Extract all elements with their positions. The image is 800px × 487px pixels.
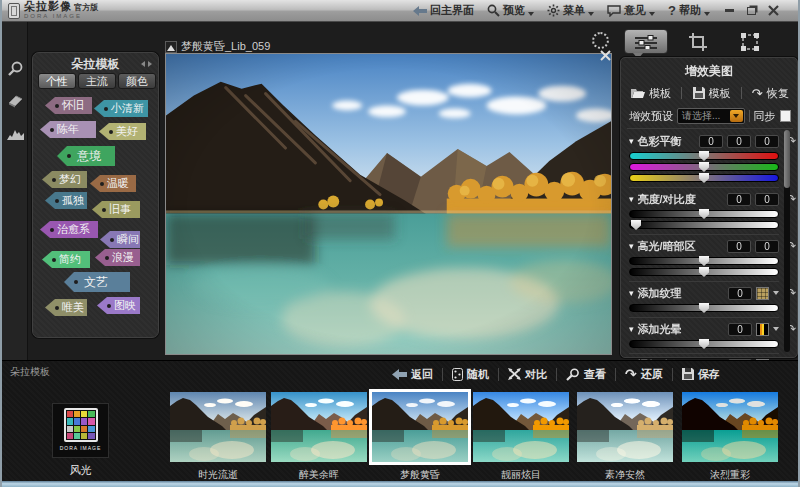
filter-tag[interactable]: 简约 [42,251,90,268]
dice-icon [452,368,463,381]
filter-tag[interactable]: 美好 [99,123,146,140]
histogram-icon[interactable] [7,126,24,144]
slider-thumb[interactable] [699,303,709,313]
tab-crop[interactable] [676,29,720,54]
filter-tag[interactable]: 旧事 [92,201,140,218]
feedback-button[interactable]: 意见 [607,3,655,18]
collapse-icon[interactable]: ▾ [629,242,634,251]
slider-thumb[interactable] [631,220,641,230]
brightness-slider[interactable] [629,210,779,218]
home-button[interactable]: 回主界面 [413,3,474,18]
magnifier-icon [566,368,580,381]
collapse-icon[interactable]: ▾ [629,195,634,204]
collapse-icon[interactable]: ▾ [629,137,634,146]
slider-thumb[interactable] [699,209,709,219]
value-input[interactable]: 0 [755,240,779,253]
sync-checkbox[interactable] [780,110,791,122]
filter-tag[interactable]: 陈年 [40,121,96,138]
template-thumbnail[interactable]: 梦般黄昏 [372,392,468,482]
value-input[interactable]: 0 [727,240,751,253]
tab-frame[interactable] [728,29,772,54]
undo-icon: ↶ [625,366,637,382]
close-button[interactable] [767,5,780,17]
menu-button[interactable]: 菜单 [547,3,594,18]
value-input[interactable]: 0 [755,135,779,148]
yellow-blue-slider[interactable] [629,174,779,182]
value-input[interactable]: 0 [728,323,752,336]
random-button[interactable]: 随机 [452,367,489,382]
slider-thumb[interactable] [699,256,709,266]
back-button[interactable]: 返回 [392,367,433,382]
template-thumbnail[interactable]: 素净安然 [577,392,673,482]
template-thumbnail[interactable]: 醉美余晖 [271,392,367,482]
tab-personality[interactable]: 个性 [38,73,76,89]
minimize-button[interactable] [723,5,736,17]
revert-button[interactable]: ↶ 还原 [625,366,663,382]
search-icon[interactable] [7,60,24,81]
tab-mainstream[interactable]: 主流 [78,73,116,89]
slider-thumb[interactable] [699,339,709,349]
thumbnail-image[interactable] [682,392,778,462]
preview-button[interactable]: 预览 [487,3,534,18]
effects-actions-row: 模板 模板 ↶ 恢复 [631,84,789,102]
eraser-icon[interactable] [7,94,24,112]
tab-color[interactable]: 颜色 [118,73,156,89]
template-thumbnail[interactable]: 时光流逝 [170,392,266,482]
shadows-slider[interactable] [629,268,779,276]
restore-button[interactable] [745,5,758,17]
view-button[interactable]: 查看 [566,367,606,382]
value-input[interactable]: 0 [727,193,751,206]
template-thumbnail[interactable]: 靓丽炫目 [473,392,569,482]
tab-adjustments[interactable] [624,29,668,54]
slider-thumb[interactable] [699,173,709,183]
collapse-icon[interactable]: ▾ [629,325,634,334]
panel-collapse-arrows[interactable] [141,61,152,67]
value-input[interactable]: 0 [755,193,779,206]
scrollbar-thumb[interactable] [784,130,790,188]
value-input[interactable]: 0 [728,287,752,300]
thumbnail-image[interactable] [577,392,673,462]
compare-button[interactable]: 对比 [508,367,547,382]
preset-dropdown[interactable]: 请选择... [677,108,745,124]
highlights-slider[interactable] [629,257,779,265]
thumbnail-image[interactable] [473,392,569,462]
magenta-green-slider[interactable] [629,163,779,171]
dropdown-button[interactable] [730,110,743,122]
thumbnail-image[interactable] [372,392,468,462]
filter-tag[interactable]: 怀旧 [45,97,92,114]
category-tile[interactable]: DORA IMAGE [52,403,109,458]
chevron-down-icon[interactable] [773,327,779,331]
filter-tag[interactable]: 治愈系 [40,221,98,238]
close-image-icon[interactable] [600,50,612,62]
restore-button[interactable]: ↶ 恢复 [752,86,789,101]
thumbnail-image[interactable] [170,392,266,462]
slider-thumb[interactable] [699,151,709,161]
texture-swatch[interactable] [756,287,769,300]
save-button[interactable]: 保存 [682,367,720,382]
filter-tag[interactable]: 小清新 [94,100,148,117]
contrast-slider[interactable] [629,221,779,229]
cyan-red-slider[interactable] [629,152,779,160]
load-template-button[interactable]: 模板 [631,86,671,101]
main-image[interactable] [165,53,612,355]
scrollbar[interactable] [784,130,790,352]
flare-swatch[interactable] [756,323,769,336]
template-thumbnail[interactable]: 浓烈重彩 [682,392,778,482]
collapse-icon[interactable]: ▾ [629,289,634,298]
section-color-balance: ▾ 色彩平衡 0 0 0 ↶ [629,130,779,188]
slider-thumb[interactable] [699,162,709,172]
flare-slider[interactable] [629,340,779,348]
save-template-button[interactable]: 模板 [693,86,731,101]
filter-tag[interactable]: 意境 [57,146,115,166]
texture-slider[interactable] [629,304,779,312]
adjustment-sections: ▾ 色彩平衡 0 0 0 ↶ ▾ 亮度/对比度 [629,130,779,353]
filter-tag[interactable]: 文艺 [64,272,130,292]
thumbnail-label: 梦般黄昏 [372,468,468,482]
thumbnail-label: 靓丽炫目 [473,468,569,482]
value-input[interactable]: 0 [727,135,751,148]
slider-thumb[interactable] [699,267,709,277]
help-button[interactable]: ? 帮助 [668,3,710,18]
value-input[interactable]: 0 [699,135,723,148]
thumbnail-image[interactable] [271,392,367,462]
chevron-down-icon[interactable] [773,291,779,295]
